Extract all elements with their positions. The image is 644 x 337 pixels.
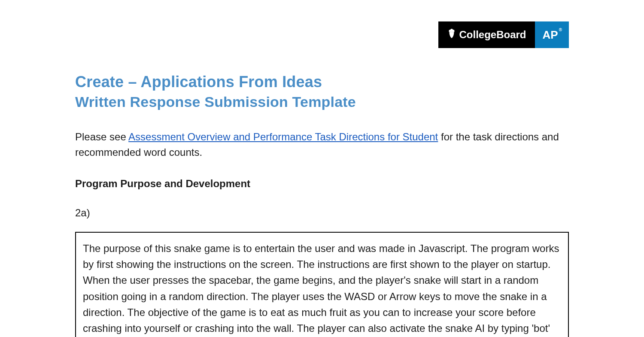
- intro-paragraph: Please see Assessment Overview and Perfo…: [75, 129, 569, 160]
- brand-badge: CollegeBoard AP ®: [438, 21, 569, 48]
- collegeboard-label: CollegeBoard: [459, 29, 526, 41]
- ap-badge: AP ®: [535, 21, 569, 48]
- section-heading: Program Purpose and Development: [75, 178, 569, 190]
- brand-badge-row: CollegeBoard AP ®: [75, 21, 569, 48]
- acorn-icon: [447, 28, 456, 42]
- ap-label: AP: [543, 28, 558, 42]
- assessment-directions-link[interactable]: Assessment Overview and Performance Task…: [128, 131, 438, 143]
- registered-mark-icon: ®: [559, 27, 562, 32]
- response-text-2a: The purpose of this snake game is to ent…: [83, 243, 559, 337]
- document-title-line-1: Create – Applications From Ideas: [75, 73, 569, 91]
- question-label-2a: 2a): [75, 207, 569, 219]
- intro-prefix: Please see: [75, 131, 128, 143]
- response-box-2a: The purpose of this snake game is to ent…: [75, 232, 569, 337]
- document-page: CollegeBoard AP ® Create – Applications …: [0, 0, 644, 337]
- document-title-line-2: Written Response Submission Template: [75, 94, 569, 110]
- collegeboard-badge: CollegeBoard: [438, 21, 535, 48]
